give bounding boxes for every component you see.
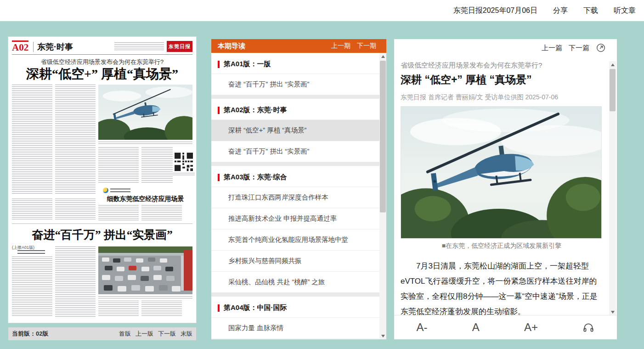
column-subhead-line bbox=[17, 250, 45, 254]
toc-section-label-text: 第A03版：东莞·综合 bbox=[224, 173, 287, 182]
article-panel: 上一篇 下一篇 省级低空经济应用场景发布会为何在东莞举行? 深耕 “低空+” 厚… bbox=[394, 39, 617, 339]
page-navigation-bar: 当前版：02版 首版 上一版 下一版 末版 bbox=[8, 327, 196, 340]
toc-item[interactable]: 东莞首个纯商业化氢能应用场景落地中堂 bbox=[211, 229, 379, 250]
next-article-link[interactable]: 下一篇 bbox=[569, 44, 589, 52]
external-link-icon[interactable] bbox=[596, 43, 606, 53]
qr-caption-line bbox=[173, 173, 195, 175]
listen-article-link[interactable]: 听文章 bbox=[614, 6, 636, 16]
video-logo-icon bbox=[103, 188, 108, 193]
font-increase-button[interactable]: A+ bbox=[524, 321, 538, 334]
edition-badge: A02 bbox=[12, 40, 28, 52]
newsprint-column bbox=[12, 85, 52, 195]
prev-issue-link[interactable]: 上一期 bbox=[331, 42, 350, 50]
article-scrollbar[interactable] bbox=[609, 61, 616, 315]
article-scrollbar-thumb[interactable] bbox=[610, 69, 616, 111]
prev-page-link[interactable]: 上一版 bbox=[136, 330, 153, 338]
toc-header: 本期导读 上一期 下一期 bbox=[211, 39, 386, 53]
article-byline: 东莞日报 首席记者 曹丽娟/文 受访单位供图 2025-07-06 bbox=[401, 93, 603, 102]
toc-panel: 本期导读 上一期 下一期 第A01版：一版 奋进 “百千万” 拼出 “实景画” … bbox=[211, 39, 386, 339]
download-link[interactable]: 下载 bbox=[583, 6, 598, 16]
article-kicker: 省级低空经济应用场景发布会为何在东莞举行? bbox=[401, 61, 603, 70]
toc-scrollbar-thumb[interactable] bbox=[380, 61, 386, 212]
article-title: 深耕 “低空+” 厚植 “真场景” bbox=[401, 73, 603, 87]
newsprint-column bbox=[141, 205, 182, 221]
photo-caption-line bbox=[98, 296, 192, 298]
red-bar-icon bbox=[218, 174, 220, 181]
current-page-label: 当前版：02版 bbox=[12, 330, 48, 338]
qr-code bbox=[175, 153, 193, 171]
top-bar: 东莞日报2025年07月06日 分享 下载 听文章 bbox=[0, 0, 644, 21]
page-section-title: 东莞·时事 bbox=[37, 41, 73, 52]
toc-section: 第A02版：东莞·时事 深耕 “低空+” 厚植 “真场景” 奋进 “百千万” 拼… bbox=[211, 99, 379, 166]
toc-section-label-text: 第A02版：东莞·时事 bbox=[224, 106, 287, 114]
font-default-button[interactable]: A bbox=[472, 321, 480, 334]
newsprint-column bbox=[98, 301, 139, 317]
toc-title: 本期导读 bbox=[218, 42, 245, 51]
toc-item[interactable]: 乡村振兴与慈善同频共振 bbox=[211, 250, 379, 271]
toc-item[interactable]: 国家力量 血脉亲情 bbox=[211, 317, 379, 338]
toc-section-label: 第A04版：中国·国际 bbox=[211, 297, 379, 317]
scroll-up-icon[interactable] bbox=[379, 53, 386, 60]
toc-item[interactable]: 推进高新技术企业 申报并提高通过率 bbox=[211, 208, 379, 229]
toc-section: 第A03版：东莞·综合 打造珠江口东西两岸深度合作样本 推进高新技术企业 申报并… bbox=[211, 166, 379, 297]
scroll-up-icon[interactable] bbox=[609, 61, 616, 68]
red-bar-icon bbox=[218, 107, 220, 114]
first-page-link[interactable]: 首版 bbox=[119, 330, 131, 338]
article-nav: 上一篇 下一篇 bbox=[542, 43, 606, 53]
red-bar-icon bbox=[218, 61, 220, 68]
newsprint-column bbox=[141, 147, 173, 184]
toc-item[interactable]: 中国人民抗日战争 纪念馆将恢复开放 bbox=[211, 338, 379, 339]
newsprint-column bbox=[55, 246, 96, 317]
article-content: 省级低空经济应用场景发布会为何在东莞举行? 深耕 “低空+” 厚植 “真场景” … bbox=[401, 59, 603, 315]
masthead-divider bbox=[33, 42, 34, 52]
font-decrease-button[interactable]: A- bbox=[417, 321, 428, 334]
article-divider-rule bbox=[12, 223, 192, 224]
toc-section-label-text: 第A04版：中国·国际 bbox=[224, 303, 287, 312]
newsprint-column bbox=[98, 147, 139, 184]
photo-caption-line bbox=[98, 142, 192, 144]
traffic-photo bbox=[98, 246, 192, 294]
toc-item[interactable]: 采仙桃、品仙桃 共赴 “桃醉” 之旅 bbox=[211, 271, 379, 292]
headphones-icon[interactable] bbox=[582, 321, 594, 333]
newspaper-page-panel: A02 东莞·时事 东莞日报 省级低空经济应用场景发布会为何在东莞举行? 深耕“… bbox=[8, 37, 196, 323]
share-link[interactable]: 分享 bbox=[553, 6, 568, 16]
masthead-info-lines bbox=[114, 42, 164, 51]
last-page-link[interactable]: 末版 bbox=[181, 330, 192, 338]
toc-section: 第A04版：中国·国际 国家力量 血脉亲情 中国人民抗日战争 纪念馆将恢复开放 bbox=[211, 297, 379, 339]
red-bar-icon bbox=[218, 304, 220, 312]
photo-caption: ■在东莞，低空经济正成为区域发展新引擎 bbox=[401, 242, 603, 250]
page-second-headline[interactable]: 奋进“百千万” 拼出“实景画” bbox=[8, 227, 196, 242]
newsprint-column bbox=[55, 199, 96, 221]
toc-list: 第A01版：一版 奋进 “百千万” 拼出 “实景画” 第A02版：东莞·时事 深… bbox=[211, 53, 379, 339]
helicopter-photo-small bbox=[98, 85, 192, 140]
newsprint-column bbox=[12, 199, 52, 221]
toc-section-label: 第A02版：东莞·时事 bbox=[211, 99, 379, 120]
toc-item[interactable]: 奋进 “百千万” 拼出 “实景画” bbox=[211, 74, 379, 95]
toc-section-label: 第A03版：东莞·综合 bbox=[211, 166, 379, 187]
article-photo bbox=[401, 106, 602, 239]
article-toolbar: A- A A+ bbox=[394, 315, 617, 339]
toc-section-label-text: 第A01版：一版 bbox=[224, 60, 271, 69]
next-issue-link[interactable]: 下一期 bbox=[357, 42, 376, 50]
toc-item[interactable]: 打造珠江口东西两岸深度合作样本 bbox=[211, 187, 379, 208]
toc-section: 第A01版：一版 奋进 “百千万” 拼出 “实景画” bbox=[211, 53, 379, 99]
toc-section-label: 第A01版：一版 bbox=[211, 53, 379, 74]
scroll-down-icon[interactable] bbox=[379, 332, 386, 339]
next-page-link[interactable]: 下一版 bbox=[158, 330, 176, 338]
article-paragraph: 7月3日清晨，东莞松山湖的湖面上空，一架超轻型eVTOL飞行器缓缓升空，将一份紧… bbox=[401, 258, 603, 315]
issue-title: 东莞日报2025年07月06日 bbox=[453, 6, 537, 16]
toc-item[interactable]: 奋进 “百千万” 拼出 “实景画” bbox=[211, 141, 379, 162]
newsprint-column bbox=[12, 257, 52, 317]
feature-headline[interactable]: 细数东莞低空经济应用场景 bbox=[98, 195, 192, 203]
prev-article-link[interactable]: 上一篇 bbox=[542, 44, 562, 52]
newsprint-column bbox=[141, 301, 182, 317]
newspaper-logo: 东莞日报 bbox=[167, 41, 192, 52]
newsprint-column bbox=[98, 205, 139, 221]
toc-scrollbar[interactable] bbox=[379, 53, 386, 339]
feature-tag-line bbox=[110, 189, 130, 192]
page-masthead: A02 东莞·时事 东莞日报 bbox=[12, 40, 192, 55]
newsprint-column bbox=[55, 85, 96, 195]
scroll-down-icon[interactable] bbox=[609, 309, 616, 315]
toc-item-active[interactable]: 深耕 “低空+” 厚植 “真场景” bbox=[211, 120, 379, 141]
page-main-headline[interactable]: 深耕“低空+” 厚植“真场景” bbox=[8, 65, 196, 83]
